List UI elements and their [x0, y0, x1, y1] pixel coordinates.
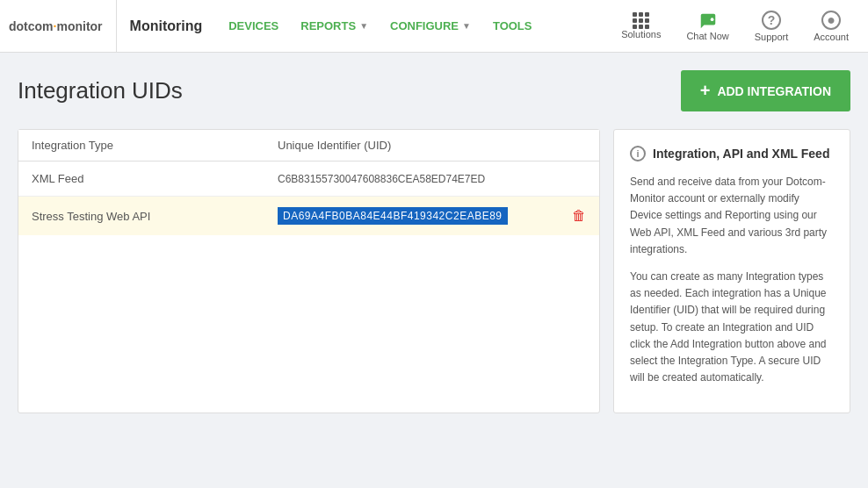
info-title: i Integration, API and XML Feed — [630, 146, 834, 161]
solutions-button[interactable]: Solutions — [611, 9, 671, 43]
nav-devices[interactable]: DEVICES — [220, 19, 287, 32]
cell-uid-stress: DA69A4FB0BA84E44BF419342C2EABE89 🗑 — [278, 207, 586, 225]
chat-icon — [698, 11, 718, 31]
page-header: Integration UIDs + ADD INTEGRATION — [18, 70, 850, 111]
page-title: Integration UIDs — [18, 77, 183, 104]
nav-links: DEVICES REPORTS ▼ CONFIGURE ▼ TOOLS — [220, 19, 611, 32]
add-button-label: ADD INTEGRATION — [717, 84, 831, 98]
solutions-icon — [633, 12, 649, 29]
info-icon: i — [630, 146, 646, 161]
add-icon: + — [700, 81, 711, 101]
logo-part2: monitor — [56, 19, 102, 33]
content-row: Integration Type Unique Identifier (UID)… — [18, 129, 850, 413]
uid-value-stress[interactable]: DA69A4FB0BA84E44BF419342C2EABE89 — [278, 207, 508, 225]
logo-part1: dotcom — [9, 19, 54, 33]
table-header: Integration Type Unique Identifier (UID) — [18, 130, 599, 161]
info-panel: i Integration, API and XML Feed Send and… — [613, 129, 850, 413]
solutions-label: Solutions — [621, 29, 661, 39]
nav-monitoring-label: Monitoring — [130, 18, 203, 34]
nav-reports[interactable]: REPORTS ▼ — [292, 19, 377, 32]
info-title-text: Integration, API and XML Feed — [653, 147, 829, 161]
table-row: XML Feed C6B83155730047608836CEA58ED74E7… — [18, 161, 599, 197]
cell-type-stress: Stress Testing Web API — [32, 210, 278, 223]
account-button[interactable]: ● Account — [803, 7, 859, 46]
cell-uid-xml: C6B83155730047608836CEA58ED74E7ED — [278, 173, 586, 185]
col-header-uid: Unique Identifier (UID) — [278, 139, 586, 152]
account-label: Account — [814, 32, 849, 42]
info-paragraph-1: Send and receive data from your Dotcom-M… — [630, 174, 834, 258]
chat-label: Chat Now — [686, 31, 728, 41]
cell-type-xml: XML Feed — [32, 172, 278, 185]
nav-tools[interactable]: TOOLS — [484, 19, 541, 32]
support-icon: ? — [762, 11, 781, 30]
reports-arrow: ▼ — [359, 21, 368, 31]
table-row: Stress Testing Web API DA69A4FB0BA84E44B… — [18, 197, 599, 235]
info-paragraph-2: You can create as many Integration types… — [630, 269, 834, 386]
col-header-type: Integration Type — [32, 139, 278, 152]
account-icon: ● — [821, 11, 841, 30]
nav-configure[interactable]: CONFIGURE ▼ — [381, 19, 480, 32]
app-container: dotcom · monitor Monitoring DEVICES REPO… — [0, 0, 868, 488]
logo-area: dotcom · monitor — [9, 0, 117, 52]
header: dotcom · monitor Monitoring DEVICES REPO… — [0, 0, 868, 53]
uid-value-xml: C6B83155730047608836CEA58ED74E7ED — [278, 173, 485, 185]
logo: dotcom · monitor — [9, 19, 103, 33]
support-label: Support — [755, 32, 789, 42]
delete-icon[interactable]: 🗑 — [572, 208, 586, 224]
support-button[interactable]: ? Support — [744, 7, 799, 46]
add-integration-button[interactable]: + ADD INTEGRATION — [681, 70, 850, 111]
header-right: Solutions Chat Now ? Support ● Account — [611, 7, 859, 46]
table-panel: Integration Type Unique Identifier (UID)… — [18, 129, 600, 413]
main-content: Integration UIDs + ADD INTEGRATION Integ… — [0, 53, 868, 488]
svg-point-0 — [710, 18, 713, 21]
configure-arrow: ▼ — [462, 21, 471, 31]
chat-now-button[interactable]: Chat Now — [676, 8, 739, 45]
